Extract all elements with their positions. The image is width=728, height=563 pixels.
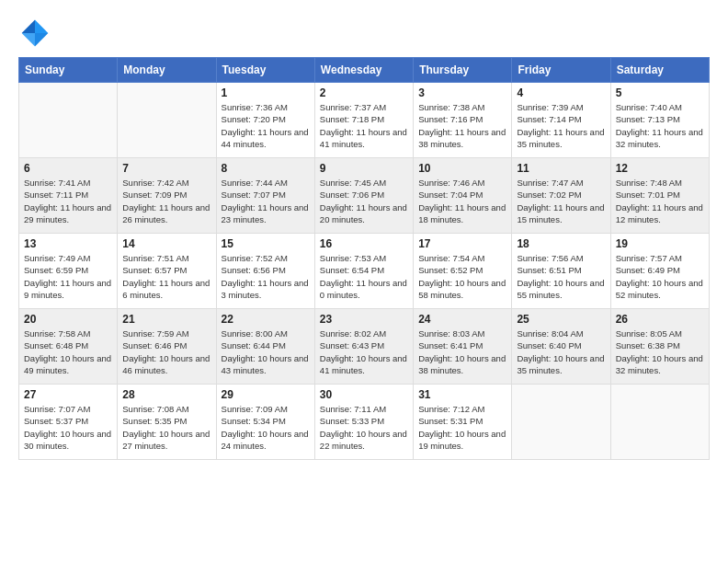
calendar-cell: 10Sunrise: 7:46 AM Sunset: 7:04 PM Dayli… — [414, 158, 512, 234]
weekday-header-row: SundayMondayTuesdayWednesdayThursdayFrid… — [19, 58, 710, 83]
calendar-cell: 9Sunrise: 7:45 AM Sunset: 7:06 PM Daylig… — [314, 158, 413, 234]
day-number: 18 — [517, 237, 605, 250]
calendar-cell — [512, 385, 610, 460]
weekday-header-wednesday: Wednesday — [314, 58, 413, 83]
calendar-cell: 19Sunrise: 7:57 AM Sunset: 6:49 PM Dayli… — [610, 234, 709, 309]
calendar-cell: 16Sunrise: 7:53 AM Sunset: 6:54 PM Dayli… — [314, 234, 413, 309]
svg-marker-1 — [22, 20, 35, 33]
day-detail: Sunrise: 7:36 AM Sunset: 7:20 PM Dayligh… — [222, 101, 310, 150]
calendar-cell — [610, 385, 709, 460]
day-number: 15 — [222, 237, 310, 250]
day-number: 10 — [418, 162, 506, 175]
calendar-cell: 27Sunrise: 7:07 AM Sunset: 5:37 PM Dayli… — [19, 385, 118, 460]
calendar-cell: 26Sunrise: 8:05 AM Sunset: 6:38 PM Dayli… — [610, 309, 709, 385]
day-detail: Sunrise: 7:45 AM Sunset: 7:06 PM Dayligh… — [320, 177, 408, 225]
day-number: 23 — [320, 313, 408, 326]
day-detail: Sunrise: 7:39 AM Sunset: 7:14 PM Dayligh… — [517, 101, 605, 150]
week-row-2: 6Sunrise: 7:41 AM Sunset: 7:11 PM Daylig… — [19, 158, 710, 234]
day-detail: Sunrise: 7:47 AM Sunset: 7:02 PM Dayligh… — [517, 177, 605, 225]
day-number: 16 — [320, 237, 408, 250]
day-detail: Sunrise: 8:02 AM Sunset: 6:43 PM Dayligh… — [320, 327, 408, 376]
calendar-cell: 24Sunrise: 8:03 AM Sunset: 6:41 PM Dayli… — [414, 309, 512, 385]
day-number: 22 — [222, 313, 310, 326]
weekday-header-sunday: Sunday — [19, 58, 118, 83]
day-number: 12 — [616, 162, 704, 175]
calendar-cell: 13Sunrise: 7:49 AM Sunset: 6:59 PM Dayli… — [19, 234, 118, 309]
day-number: 2 — [320, 86, 408, 99]
calendar-cell: 20Sunrise: 7:58 AM Sunset: 6:48 PM Dayli… — [19, 309, 118, 385]
calendar-cell: 12Sunrise: 7:48 AM Sunset: 7:01 PM Dayli… — [610, 158, 709, 234]
day-detail: Sunrise: 7:40 AM Sunset: 7:13 PM Dayligh… — [616, 101, 704, 150]
day-detail: Sunrise: 7:56 AM Sunset: 6:51 PM Dayligh… — [517, 252, 605, 301]
calendar-cell: 4Sunrise: 7:39 AM Sunset: 7:14 PM Daylig… — [512, 83, 610, 158]
day-detail: Sunrise: 7:51 AM Sunset: 6:57 PM Dayligh… — [122, 252, 210, 301]
week-row-5: 27Sunrise: 7:07 AM Sunset: 5:37 PM Dayli… — [19, 385, 710, 460]
week-row-4: 20Sunrise: 7:58 AM Sunset: 6:48 PM Dayli… — [19, 309, 710, 385]
day-detail: Sunrise: 7:46 AM Sunset: 7:04 PM Dayligh… — [418, 177, 506, 225]
calendar-cell: 21Sunrise: 7:59 AM Sunset: 6:46 PM Dayli… — [118, 309, 216, 385]
day-number: 21 — [122, 313, 210, 326]
logo-icon — [18, 17, 51, 50]
day-number: 25 — [517, 313, 605, 326]
day-number: 28 — [122, 388, 210, 401]
header — [18, 17, 710, 50]
calendar-cell: 2Sunrise: 7:37 AM Sunset: 7:18 PM Daylig… — [314, 83, 413, 158]
day-number: 7 — [122, 162, 210, 175]
day-detail: Sunrise: 8:04 AM Sunset: 6:40 PM Dayligh… — [517, 327, 605, 376]
day-number: 3 — [418, 86, 506, 99]
day-number: 1 — [222, 86, 310, 99]
svg-marker-3 — [35, 33, 48, 46]
day-detail: Sunrise: 7:38 AM Sunset: 7:16 PM Dayligh… — [418, 101, 506, 150]
day-detail: Sunrise: 8:05 AM Sunset: 6:38 PM Dayligh… — [616, 327, 704, 376]
calendar-cell: 25Sunrise: 8:04 AM Sunset: 6:40 PM Dayli… — [512, 309, 610, 385]
day-number: 9 — [320, 162, 408, 175]
calendar-cell: 28Sunrise: 7:08 AM Sunset: 5:35 PM Dayli… — [118, 385, 216, 460]
calendar-cell: 17Sunrise: 7:54 AM Sunset: 6:52 PM Dayli… — [414, 234, 512, 309]
day-detail: Sunrise: 8:03 AM Sunset: 6:41 PM Dayligh… — [418, 327, 506, 376]
day-detail: Sunrise: 7:59 AM Sunset: 6:46 PM Dayligh… — [122, 327, 210, 376]
svg-marker-0 — [35, 20, 48, 33]
day-number: 13 — [24, 237, 112, 250]
day-number: 24 — [418, 313, 506, 326]
day-detail: Sunrise: 7:54 AM Sunset: 6:52 PM Dayligh… — [418, 252, 506, 301]
day-detail: Sunrise: 7:42 AM Sunset: 7:09 PM Dayligh… — [122, 177, 210, 225]
calendar-cell: 1Sunrise: 7:36 AM Sunset: 7:20 PM Daylig… — [216, 83, 314, 158]
day-detail: Sunrise: 7:08 AM Sunset: 5:35 PM Dayligh… — [122, 403, 210, 452]
day-number: 5 — [616, 86, 704, 99]
week-row-3: 13Sunrise: 7:49 AM Sunset: 6:59 PM Dayli… — [19, 234, 710, 309]
day-detail: Sunrise: 7:07 AM Sunset: 5:37 PM Dayligh… — [24, 403, 112, 452]
calendar-cell: 29Sunrise: 7:09 AM Sunset: 5:34 PM Dayli… — [216, 385, 314, 460]
calendar-table: SundayMondayTuesdayWednesdayThursdayFrid… — [18, 57, 710, 460]
day-number: 27 — [24, 388, 112, 401]
calendar-cell: 8Sunrise: 7:44 AM Sunset: 7:07 PM Daylig… — [216, 158, 314, 234]
calendar-cell: 5Sunrise: 7:40 AM Sunset: 7:13 PM Daylig… — [610, 83, 709, 158]
day-number: 31 — [418, 388, 506, 401]
calendar-cell: 30Sunrise: 7:11 AM Sunset: 5:33 PM Dayli… — [314, 385, 413, 460]
day-number: 29 — [222, 388, 310, 401]
day-number: 30 — [320, 388, 408, 401]
calendar-cell — [118, 83, 216, 158]
day-detail: Sunrise: 8:00 AM Sunset: 6:44 PM Dayligh… — [222, 327, 310, 376]
day-detail: Sunrise: 7:58 AM Sunset: 6:48 PM Dayligh… — [24, 327, 112, 376]
day-detail: Sunrise: 7:37 AM Sunset: 7:18 PM Dayligh… — [320, 101, 408, 150]
day-number: 6 — [24, 162, 112, 175]
page: SundayMondayTuesdayWednesdayThursdayFrid… — [0, 0, 728, 563]
svg-marker-2 — [22, 33, 35, 46]
calendar-cell — [19, 83, 118, 158]
day-detail: Sunrise: 7:49 AM Sunset: 6:59 PM Dayligh… — [24, 252, 112, 301]
day-number: 26 — [616, 313, 704, 326]
day-number: 19 — [616, 237, 704, 250]
weekday-header-friday: Friday — [512, 58, 610, 83]
day-detail: Sunrise: 7:44 AM Sunset: 7:07 PM Dayligh… — [222, 177, 310, 225]
calendar-cell: 18Sunrise: 7:56 AM Sunset: 6:51 PM Dayli… — [512, 234, 610, 309]
day-detail: Sunrise: 7:12 AM Sunset: 5:31 PM Dayligh… — [418, 403, 506, 452]
weekday-header-thursday: Thursday — [414, 58, 512, 83]
logo — [18, 17, 55, 50]
day-number: 17 — [418, 237, 506, 250]
calendar-cell: 22Sunrise: 8:00 AM Sunset: 6:44 PM Dayli… — [216, 309, 314, 385]
calendar-cell: 11Sunrise: 7:47 AM Sunset: 7:02 PM Dayli… — [512, 158, 610, 234]
week-row-1: 1Sunrise: 7:36 AM Sunset: 7:20 PM Daylig… — [19, 83, 710, 158]
day-detail: Sunrise: 7:48 AM Sunset: 7:01 PM Dayligh… — [616, 177, 704, 225]
day-number: 4 — [517, 86, 605, 99]
calendar-cell: 6Sunrise: 7:41 AM Sunset: 7:11 PM Daylig… — [19, 158, 118, 234]
